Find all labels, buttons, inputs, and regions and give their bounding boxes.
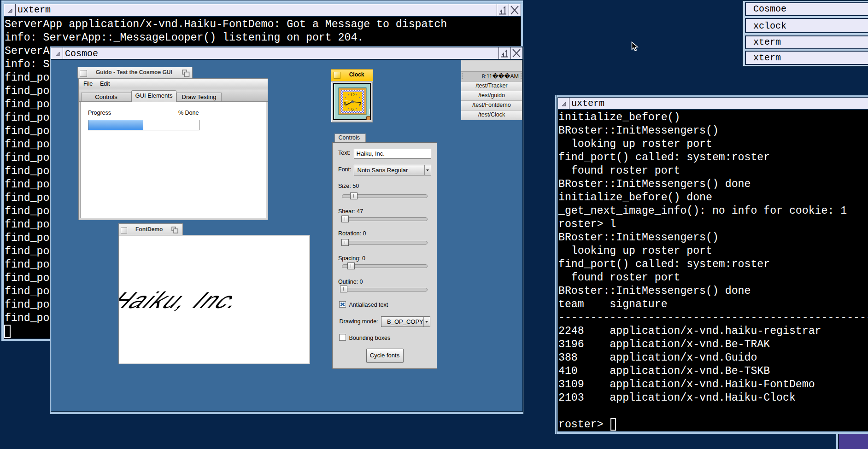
svg-text:9: 9 xyxy=(344,101,346,106)
svg-text:6: 6 xyxy=(351,107,353,111)
svg-text:12: 12 xyxy=(350,93,355,97)
